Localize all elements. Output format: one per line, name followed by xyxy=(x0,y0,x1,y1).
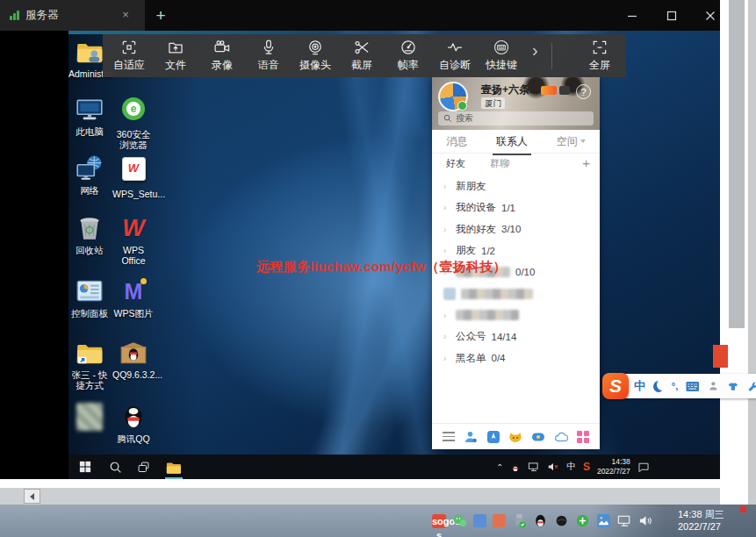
soft-keyboard-icon[interactable] xyxy=(686,381,700,392)
remote-clock[interactable]: 14:38 2022/7/27 xyxy=(597,457,630,476)
subtab-friends[interactable]: 好友 xyxy=(446,157,465,170)
input-mode-indicator[interactable]: 中 xyxy=(566,461,576,473)
sogou-logo[interactable]: S xyxy=(602,373,629,399)
desktop-icon-wps-office[interactable]: W WPS Office xyxy=(112,213,155,267)
tray-expand-icon[interactable]: ⌃ xyxy=(496,462,503,472)
sogou-tray-icon[interactable]: S xyxy=(583,461,590,473)
help-icon[interactable]: ? xyxy=(576,84,591,99)
moon-icon[interactable] xyxy=(653,381,664,392)
censored-label xyxy=(461,289,533,299)
desktop-icon-tencent-qq[interactable]: 腾讯QQ xyxy=(112,402,155,444)
skin-icon[interactable] xyxy=(727,380,739,392)
desktop-icon-this-pc[interactable]: 此电脑 xyxy=(68,95,111,137)
usb-safe-remove-icon[interactable] xyxy=(512,513,527,528)
qq-avatar[interactable] xyxy=(438,82,468,111)
desktop-icon-label: 此电脑 xyxy=(68,126,111,137)
remote-viewer: Administra 此电脑 e 360安全浏览器 网络 W WPS xyxy=(0,31,720,479)
toolbar-button-diagnose[interactable]: 自诊断 xyxy=(437,39,472,73)
contact-row-censored[interactable] xyxy=(432,283,600,305)
desktop-icon-censored[interactable] xyxy=(68,402,111,434)
chevron-right-icon: › xyxy=(443,311,450,320)
desktop-icon-zhangsan-shortcut[interactable]: 张三 - 快捷方式 xyxy=(68,338,111,391)
contact-group-row[interactable]: ›新朋友 xyxy=(432,175,600,197)
input-mode-toggle[interactable]: 中 xyxy=(634,378,645,394)
tab-close-icon[interactable]: × xyxy=(119,8,133,22)
desktop-icon-network[interactable]: 网络 xyxy=(68,154,111,196)
tab-messages[interactable]: 消息 xyxy=(446,134,467,149)
punctuation-toggle[interactable]: °, xyxy=(672,381,678,391)
desktop-icon-qq-installer[interactable]: QQ9.6.3.2... xyxy=(112,338,155,380)
network-monitor-icon[interactable] xyxy=(617,513,632,528)
toolbar-label: 全屏 xyxy=(589,58,610,73)
tab-space[interactable]: 空间 xyxy=(557,134,586,149)
speaker-muted-icon[interactable] xyxy=(547,462,559,472)
wechat-icon[interactable] xyxy=(452,513,467,528)
speaker-icon[interactable] xyxy=(638,513,653,528)
qq-subtabs: 好友 群聊 + xyxy=(432,154,600,172)
add-group-button[interactable]: + xyxy=(582,154,590,172)
tencent-qq-icon xyxy=(119,402,148,432)
network-monitor-icon[interactable] xyxy=(528,462,540,472)
qq-penguin-icon[interactable] xyxy=(533,513,548,528)
desktop-icon-control-panel[interactable]: 控制面板 xyxy=(68,276,111,319)
cloud-file-icon[interactable] xyxy=(554,430,568,444)
new-tab-button[interactable]: + xyxy=(149,4,172,27)
maximize-button[interactable] xyxy=(657,0,687,31)
host-clock[interactable]: 14:38 周三 2022/7/27 xyxy=(678,508,724,533)
toolbar-button-camera[interactable]: 摄像头 xyxy=(298,39,333,73)
black-app-icon[interactable] xyxy=(554,513,569,528)
desktop-icon-360-browser[interactable]: e 360安全浏览器 xyxy=(112,95,155,151)
qq-penguin-tray-icon[interactable] xyxy=(510,462,521,473)
toolbar-button-hotkeys[interactable]: 快捷键 xyxy=(484,39,519,73)
remote-toolbar: 自适应 文件 录像 语音 摄像头 xyxy=(103,34,626,77)
horizontal-scrollbar[interactable] xyxy=(0,488,720,505)
game-center-icon[interactable] xyxy=(531,430,545,444)
toolbox-wrench-icon[interactable] xyxy=(746,380,756,392)
contact-group-row[interactable]: ›我的好友3/10 xyxy=(432,218,600,240)
remote-start-button[interactable] xyxy=(72,455,98,479)
contact-group-row[interactable]: ›黑名单0/4 xyxy=(432,347,600,369)
minimize-button[interactable] xyxy=(617,0,647,31)
toolbar-button-voice[interactable]: 语音 xyxy=(251,39,286,73)
desktop-icon-label: 控制面板 xyxy=(68,308,111,319)
green-plus-icon[interactable] xyxy=(575,513,590,528)
tab-contacts[interactable]: 联系人 xyxy=(496,134,528,149)
recycle-bin-icon xyxy=(75,213,104,243)
app-box-icon[interactable] xyxy=(577,431,589,443)
contact-group-row[interactable]: ›公众号14/14 xyxy=(432,326,600,348)
toolbar-button-fit[interactable]: 自适应 xyxy=(112,39,147,73)
remote-explorer-button[interactable] xyxy=(160,455,186,479)
qq-search-input[interactable]: 搜索 xyxy=(438,111,594,125)
toolbar-button-record[interactable]: 录像 xyxy=(205,39,240,73)
game-fox-icon[interactable] xyxy=(508,430,522,444)
vertical-scrollbar-thumb[interactable] xyxy=(729,0,745,328)
subtab-groups[interactable]: 群聊 xyxy=(490,157,509,170)
main-menu-icon[interactable] xyxy=(443,432,455,441)
qq-header-banner: 壹扬+六条... 厦门 ? 搜索 xyxy=(432,77,600,130)
remote-search-button[interactable] xyxy=(102,455,128,479)
desktop-icon-wps-setup[interactable]: W WPS_Setu... xyxy=(112,154,155,199)
toolbar-button-fullscreen[interactable]: 全屏 xyxy=(582,39,617,73)
qzone-icon[interactable] xyxy=(486,430,500,444)
scroll-left-button[interactable] xyxy=(24,489,40,504)
photo-viewer-icon[interactable] xyxy=(596,513,611,528)
sogou-tray-icon[interactable]: sogou-s xyxy=(432,514,446,528)
remote-desktop-wallpaper[interactable]: Administra 此电脑 e 360安全浏览器 网络 W WPS xyxy=(68,31,720,479)
toolbar-button-screenshot[interactable]: 截屏 xyxy=(344,39,379,73)
toolbar-button-framerate[interactable]: 帧率 xyxy=(391,39,426,73)
action-center-icon[interactable] xyxy=(637,462,650,473)
toolbar-label: 自适应 xyxy=(113,58,145,73)
contact-manager-icon[interactable] xyxy=(464,430,478,444)
toolbar-button-file[interactable]: 文件 xyxy=(158,39,193,73)
account-icon[interactable] xyxy=(708,380,719,392)
toolbar-more-button[interactable]: › xyxy=(530,41,540,71)
orange-app-icon[interactable] xyxy=(493,514,506,527)
remote-taskview-button[interactable] xyxy=(130,455,156,479)
desktop-icon-wps-pictures[interactable]: M WPS图片 xyxy=(112,276,155,319)
blue-app-icon[interactable] xyxy=(473,514,486,527)
window-titlebar: 服务器 × + xyxy=(0,0,720,31)
desktop-icon-recycle-bin[interactable]: 回收站 xyxy=(68,213,111,255)
session-tab[interactable]: 服务器 × xyxy=(0,0,145,31)
contact-group-row-censored[interactable]: › xyxy=(432,304,600,326)
contact-group-row[interactable]: ›我的设备1/1 xyxy=(432,197,600,219)
